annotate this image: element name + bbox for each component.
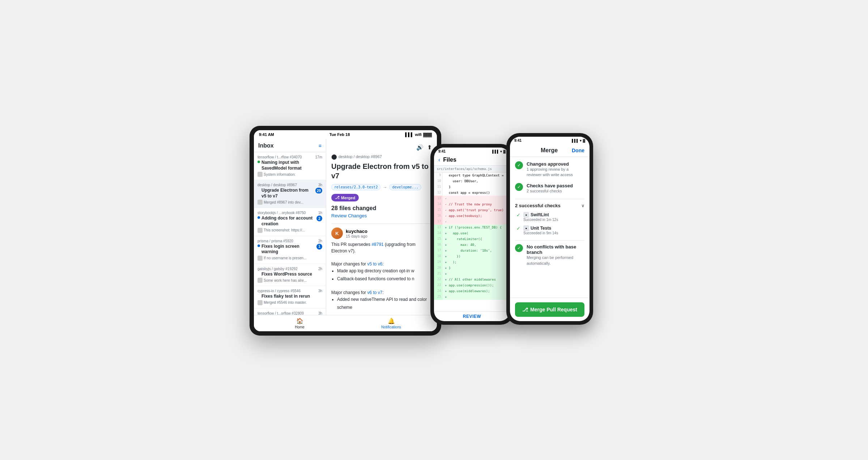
check-icon: ✓	[516, 212, 520, 218]
code-line-added: 20+ }	[434, 265, 510, 271]
review-changes-link[interactable]: Review Changes	[331, 213, 432, 218]
list-item[interactable]: tensorflow / t...orflow #32809 3h Adding…	[254, 308, 326, 315]
battery-icon: ▓	[503, 150, 506, 153]
item-time: 1h	[318, 211, 322, 215]
code-line-removed: 14- // Trust the now proxy	[434, 201, 510, 207]
signal-icon: ▌▌▌	[405, 132, 413, 137]
avatar: K	[331, 227, 343, 239]
comment-header: K kuychaco 15 days ago	[331, 227, 432, 239]
avatar	[258, 200, 263, 205]
ipad-device: 9:41 AM Tue Feb 18 ▌▌▌ wifi ▓▓▓ Inbox ≡	[250, 126, 441, 336]
item-repo: gatsbyjs / gatsby #19292	[258, 267, 318, 271]
divider	[515, 199, 584, 199]
branch-to: developme...	[389, 184, 421, 190]
check-icon: ✓	[515, 183, 523, 191]
pr-detail-panel: 🔊 ⬆ ⬤ desktop / desktop #8967 Upgrade El…	[326, 139, 437, 315]
item-title-row: Adding docs for account creation 2	[258, 216, 322, 227]
item-header: desktop / desktop #8967 3h	[258, 183, 322, 187]
ipad-time: 9:41 AM	[259, 132, 274, 137]
list-item[interactable]: desktop / desktop #8967 3h Upgrade Elect…	[254, 180, 326, 208]
item-title-text: Adding docs for account creation	[261, 216, 315, 227]
code-panel: src/interfaces/api/schema.js 9 export ty…	[434, 166, 510, 311]
status-dot-empty	[258, 272, 260, 274]
divider	[331, 223, 432, 224]
merge-btn-label: Merge Pull Request	[530, 307, 577, 312]
list-item[interactable]: gatsbyjs / gatsby #19292 2h Fixes WordPr…	[254, 264, 326, 286]
code-line: 9 export type GraphQLContext =	[434, 172, 510, 178]
v6-v7-link[interactable]: v6 to v7	[367, 290, 382, 295]
comment-time: 15 days ago	[346, 234, 367, 238]
branch-arrow: →	[383, 185, 387, 190]
status-dot-empty	[258, 294, 260, 296]
v5-v6-link[interactable]: v5 to v6	[367, 261, 382, 267]
merge-pull-request-button[interactable]: ⎇ Merge Pull Request	[515, 302, 584, 317]
unit-tests-logo: ●	[523, 225, 529, 231]
sub-check-info: ● SwiftLint Succeeded in 1m 12s	[523, 212, 558, 222]
item-repo: cypress-io / cypress #5546	[258, 289, 318, 293]
item-subtitle: If no username is presen...	[258, 256, 322, 261]
code-line-removed: 16- app.use(toobusy);	[434, 213, 510, 219]
check-icon: ✓	[516, 226, 520, 231]
phone1-status-icons: ▌▌▌ ▾ ▓	[492, 149, 506, 153]
list-item[interactable]: cypress-io / cypress #5546 3h Fixes flak…	[254, 286, 326, 308]
check-icon: ✓	[515, 244, 523, 252]
phone2-screen: 9:41 ▌▌▌ ▾ ▓ Merge Done ✓ Changes approv…	[510, 137, 590, 321]
speaker-icon[interactable]: 🔊	[416, 144, 424, 151]
merge-header: Merge Done	[510, 144, 590, 157]
files-title: Files	[443, 157, 506, 163]
back-button[interactable]: ‹	[438, 157, 440, 163]
list-item[interactable]: prisma / prisma #5920 2h Fixes login scr…	[254, 236, 326, 264]
status-dot-empty	[258, 188, 260, 190]
no-conflicts-subtitle: Merging can be performed automatically.	[527, 255, 584, 266]
check-text: Checks have passed 2 successful checks	[527, 183, 573, 194]
pr-repo-text: desktop / desktop #8967	[339, 154, 382, 159]
comment-body: This PR supersedes #8791 (upgrading from…	[331, 241, 432, 315]
swiftlint-logo: ●	[523, 212, 529, 218]
branch-from: releases/2.3.0-test2	[331, 184, 380, 190]
files-changed: 28 files changed	[331, 205, 432, 212]
review-button[interactable]: REVIEW	[463, 314, 481, 319]
list-item[interactable]: tensorflow / t...rflow #34070 17m Naming…	[254, 152, 326, 180]
nav-notifications[interactable]: 🔔 Notifications	[345, 315, 437, 331]
item-subtitle: Some work here has alre...	[258, 278, 322, 283]
phone2-status-bar: 9:41 ▌▌▌ ▾ ▓	[510, 137, 590, 144]
check-title: Changes approved	[527, 161, 584, 167]
pr-link[interactable]: #8791	[371, 242, 383, 247]
code-line-added: 13+ if (!process.env.TEST_DB) {	[434, 225, 510, 230]
item-repo: desktop / desktop #8967	[258, 183, 318, 187]
avatar	[258, 172, 263, 177]
collapse-icon[interactable]: ∨	[581, 203, 584, 208]
item-title-text: Naming input with SavedModel format	[261, 160, 322, 171]
code-line-removed: 17-	[434, 219, 510, 225]
item-repo: tensorflow / t...rflow #34070	[258, 155, 315, 159]
item-repo: prisma / prisma #5920	[258, 239, 318, 243]
wifi-icon: ▾	[580, 139, 582, 142]
phone2-time: 9:41	[514, 139, 522, 142]
code-line-added: 21+	[434, 271, 510, 277]
successful-checks-section: 2 successful checks ∨ ✓ ● SwiftLint Succ…	[515, 203, 584, 235]
share-icon[interactable]: ⬆	[427, 144, 432, 151]
code-lines: 9 export type GraphQLContext = 10 user: …	[434, 172, 510, 300]
nav-home[interactable]: 🏠 Home	[254, 315, 345, 331]
checks-section-header: 2 successful checks ∨	[515, 203, 584, 208]
code-line: 11 }	[434, 184, 510, 190]
item-header: storybookjs / ...orybook #8750 1h	[258, 211, 322, 215]
filter-icon[interactable]: ≡	[319, 143, 322, 149]
ipad-date: Tue Feb 18	[329, 132, 350, 137]
avatar	[258, 300, 263, 305]
unit-tests-check: ✓ ● Unit Tests Succeeded in 9m 14s	[515, 225, 584, 235]
signal-icon: ▌▌▌	[572, 139, 579, 142]
notifications-label: Notifications	[381, 325, 401, 329]
check-subtitle: 2 successful checks	[527, 188, 573, 194]
no-conflicts-item: ✓ No conflicts with base branch Merging …	[515, 244, 584, 266]
item-title-row: Fixes login screen warning 1	[258, 244, 322, 255]
unread-badge: 29	[315, 188, 322, 193]
changes-approved-item: ✓ Changes approved 1 approving review by…	[515, 161, 584, 178]
comment-author: kuychaco	[346, 229, 367, 234]
code-line-added: 14+ app.use(	[434, 230, 510, 236]
done-button[interactable]: Done	[572, 148, 584, 153]
code-line-added: 18+ })	[434, 254, 510, 259]
list-item[interactable]: storybookjs / ...orybook #8750 1h Adding…	[254, 208, 326, 236]
code-line-removed: 13-	[434, 196, 510, 201]
comment-meta: kuychaco 15 days ago	[346, 229, 367, 238]
